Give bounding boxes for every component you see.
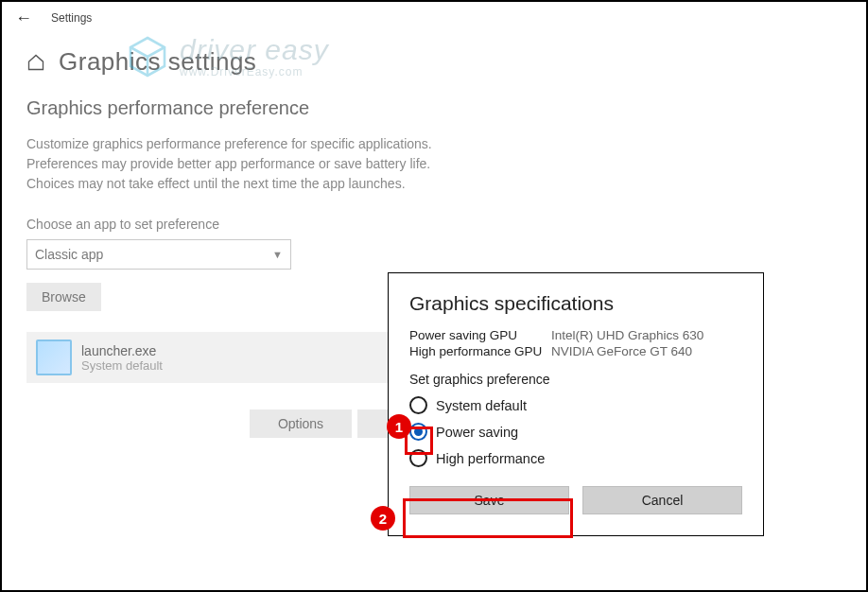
top-bar-label: Settings — [51, 11, 92, 25]
title-row: Graphics settings — [2, 34, 866, 97]
home-icon[interactable] — [26, 53, 45, 72]
browse-button[interactable]: Browse — [26, 283, 101, 311]
chooser-label: Choose an app to set preference — [26, 217, 531, 232]
radio-icon — [409, 396, 427, 414]
radio-power-saving[interactable]: Power saving — [409, 423, 742, 441]
app-type-select[interactable]: Classic app ▼ — [26, 239, 291, 270]
gpu-label: Power saving GPU — [409, 328, 551, 342]
top-bar: ← Settings — [2, 2, 866, 34]
radio-high-performance[interactable]: High performance — [409, 449, 742, 467]
step-bubble-1: 1 — [387, 414, 411, 439]
graphics-spec-dialog: Graphics specifications Power saving GPU… — [388, 272, 764, 536]
options-button[interactable]: Options — [250, 409, 352, 438]
chevron-down-icon: ▼ — [272, 249, 283, 260]
radio-group: System default Power saving High perform… — [409, 396, 742, 467]
radio-label: System default — [436, 398, 527, 413]
desc-line: Preferences may provide better app perfo… — [26, 154, 531, 174]
app-tile[interactable]: launcher.exe System default — [26, 332, 437, 383]
dialog-title: Graphics specifications — [409, 292, 742, 315]
radio-label: Power saving — [436, 425, 518, 440]
description: Customize graphics performance preferenc… — [26, 134, 531, 194]
gpu-value: Intel(R) UHD Graphics 630 — [551, 328, 703, 342]
gpu-label: High performance GPU — [409, 344, 551, 358]
desc-line: Choices may not take effect until the ne… — [26, 174, 531, 194]
app-subtitle: System default — [81, 358, 163, 373]
subheading: Graphics performance preference — [26, 97, 531, 119]
gpu-value: NVIDIA GeForce GT 640 — [551, 344, 692, 358]
select-value: Classic app — [35, 247, 103, 262]
highlight-step2 — [403, 498, 573, 538]
app-icon — [36, 340, 72, 375]
gpu-row: High performance GPU NVIDIA GeForce GT 6… — [409, 344, 742, 358]
radio-system-default[interactable]: System default — [409, 396, 742, 414]
cancel-button[interactable]: Cancel — [582, 486, 742, 514]
app-name: launcher.exe — [81, 343, 163, 358]
desc-line: Customize graphics performance preferenc… — [26, 134, 531, 154]
step-bubble-2: 2 — [371, 506, 395, 531]
back-arrow-icon[interactable]: ← — [15, 9, 32, 26]
page-title: Graphics settings — [59, 47, 256, 77]
pref-label: Set graphics preference — [409, 372, 742, 387]
radio-label: High performance — [436, 451, 545, 466]
gpu-row: Power saving GPU Intel(R) UHD Graphics 6… — [409, 328, 742, 342]
